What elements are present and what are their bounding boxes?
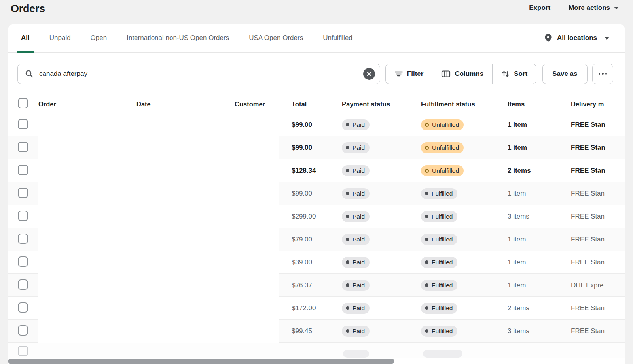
row-checkbox[interactable] [18, 302, 28, 313]
payment-status-badge: Paid [342, 257, 370, 268]
more-actions-button[interactable]: More actions [569, 4, 619, 12]
delivery-method-cell: FREE Stan [571, 258, 625, 266]
row-checkbox[interactable] [18, 142, 28, 152]
row-checkbox-cell [8, 279, 38, 291]
fulfillment-status-badge: Fulfilled [421, 257, 457, 268]
select-all-checkbox[interactable] [18, 98, 28, 108]
fulfillment-status-badge: Fulfilled [421, 280, 457, 291]
columns-icon [441, 70, 451, 78]
payment-status-cell: Paid [342, 188, 421, 199]
row-checkbox[interactable] [18, 211, 28, 221]
column-header-total[interactable]: Total [292, 100, 342, 108]
row-checkbox-cell [8, 211, 38, 223]
status-dot-icon [346, 123, 349, 126]
delivery-method-cell: FREE Stan [571, 304, 625, 312]
fulfillment-status-cell: Fulfilled [421, 188, 508, 199]
payment-status-cell: Paid [342, 257, 421, 268]
row-checkbox-cell [8, 142, 38, 154]
payment-status-cell: Paid [342, 234, 421, 245]
save-as-button[interactable]: Save as [542, 64, 587, 84]
items-cell: 1 item [508, 121, 571, 129]
horizontal-scrollbar [8, 358, 625, 364]
tab-label: International non-US Open Orders [127, 34, 229, 42]
payment-status-badge: Paid [342, 142, 370, 153]
sort-arrows-icon [501, 70, 510, 78]
export-button[interactable]: Export [529, 4, 550, 12]
status-dot-icon [346, 283, 349, 287]
column-header-customer[interactable]: Customer [235, 100, 292, 108]
status-dot-icon [425, 260, 428, 264]
fulfillment-status-label: Fulfilled [432, 213, 453, 220]
sort-button-label: Sort [514, 70, 527, 78]
tab-international-non-us-open-orders[interactable]: International non-US Open Orders [121, 24, 235, 52]
row-checkbox[interactable] [18, 325, 28, 336]
row-checkbox[interactable] [18, 188, 28, 198]
partial-row [8, 343, 625, 358]
status-dot-icon [425, 146, 429, 150]
horizontal-scrollbar-thumb[interactable] [8, 359, 394, 364]
row-checkbox[interactable] [18, 346, 28, 356]
payment-status-cell: Paid [342, 142, 421, 153]
fulfillment-status-badge: Fulfilled [421, 326, 457, 337]
tab-all[interactable]: All [15, 24, 36, 52]
sort-button[interactable]: Sort [492, 64, 536, 84]
payment-status-label: Paid [353, 259, 365, 266]
fulfillment-status-cell: Fulfilled [421, 280, 508, 291]
status-dot-icon [346, 215, 349, 218]
items-cell: 3 items [508, 213, 571, 221]
row-checkbox[interactable] [18, 119, 28, 129]
tab-label: All [21, 34, 30, 42]
location-filter-button[interactable]: All locations [530, 24, 625, 52]
search-input[interactable] [38, 70, 358, 78]
payment-status-label: Paid [353, 305, 365, 312]
payment-status-label: Paid [353, 144, 365, 151]
column-header-delivery-m[interactable]: Delivery m [571, 100, 625, 108]
columns-button[interactable]: Columns [432, 64, 492, 84]
fulfillment-status-badge: Unfulfilled [421, 165, 464, 176]
column-header-order[interactable]: Order [38, 100, 136, 108]
total-cell: $39.00 [292, 258, 342, 266]
row-checkbox[interactable] [18, 279, 28, 290]
column-header-fulfillment-status[interactable]: Fulfillment status [421, 100, 508, 108]
clear-search-button[interactable] [363, 68, 375, 80]
status-dot-icon [346, 329, 349, 333]
fulfillment-status-cell: Unfulfilled [421, 142, 508, 153]
total-cell: $76.37 [292, 281, 342, 289]
fulfillment-status-label: Unfulfilled [432, 167, 459, 174]
row-checkbox[interactable] [18, 256, 28, 267]
tab-unfulfilled[interactable]: Unfulfilled [317, 24, 358, 52]
status-dot-icon [425, 169, 429, 173]
redacted-region [38, 113, 279, 343]
items-cell: 3 items [508, 327, 571, 335]
more-options-button[interactable] [592, 64, 614, 84]
tab-unpaid[interactable]: Unpaid [44, 24, 77, 52]
column-header-items[interactable]: Items [508, 100, 571, 108]
chevron-down-icon [605, 37, 609, 40]
fulfillment-status-cell: Fulfilled [421, 211, 508, 222]
tab-list: AllUnpaidOpenInternational non-US Open O… [8, 24, 366, 52]
filter-button[interactable]: Filter [386, 64, 432, 84]
fulfillment-status-cell: Fulfilled [421, 326, 508, 337]
fulfillment-status-badge: Fulfilled [421, 211, 457, 222]
more-actions-label: More actions [569, 4, 610, 12]
row-checkbox-cell [8, 188, 38, 200]
payment-status-cell: Paid [342, 119, 421, 130]
fulfillment-status-label: Unfulfilled [432, 121, 459, 128]
items-cell: 1 item [508, 236, 571, 243]
row-checkbox[interactable] [18, 234, 28, 244]
row-checkbox[interactable] [18, 165, 28, 175]
tab-label: USA Open Orders [249, 34, 303, 42]
column-header-payment-status[interactable]: Payment status [342, 100, 421, 108]
column-header-date[interactable]: Date [136, 100, 235, 108]
delivery-method-cell: FREE Stan [571, 327, 625, 335]
tab-label: Unfulfilled [323, 34, 353, 42]
fulfillment-status-cell: Unfulfilled [421, 119, 508, 130]
export-button-label: Export [529, 4, 550, 12]
delivery-method-cell: FREE Stan [571, 167, 625, 175]
items-cell: 1 item [508, 281, 571, 289]
status-dot-icon [346, 306, 349, 310]
fulfillment-status-badge: Fulfilled [421, 188, 457, 199]
tab-open[interactable]: Open [85, 24, 113, 52]
tab-usa-open-orders[interactable]: USA Open Orders [243, 24, 309, 52]
status-dot-icon [425, 306, 428, 310]
